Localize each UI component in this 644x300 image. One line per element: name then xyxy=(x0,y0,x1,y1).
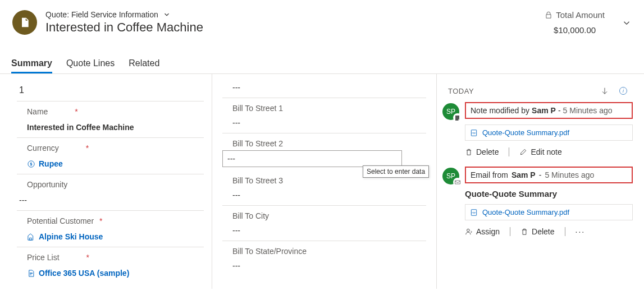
lock-icon xyxy=(545,11,552,19)
field-name[interactable]: Name* Interested in Coffee Machine xyxy=(17,101,204,138)
field-prev[interactable]: --- xyxy=(222,74,426,98)
field-value[interactable]: Alpine Ski House xyxy=(27,232,202,241)
email-subject: Quote-Quote Summary xyxy=(465,189,633,199)
attachment-link[interactable]: PDF Quote-Quote Summary.pdf xyxy=(465,124,633,141)
field-label: Name xyxy=(27,107,48,116)
pricelist-icon xyxy=(27,269,35,278)
field-label: Potential Customer xyxy=(27,216,94,225)
header-right: Total Amount $10,000.00 xyxy=(545,10,632,35)
svg-text:PDF: PDF xyxy=(472,132,476,134)
action-divider xyxy=(565,227,565,236)
chevron-down-icon[interactable] xyxy=(622,18,632,28)
field-value: --- xyxy=(19,196,202,205)
field-label: Bill To State/Province xyxy=(232,247,307,256)
tab-related[interactable]: Related xyxy=(129,55,159,73)
mail-badge-icon xyxy=(453,178,462,187)
field-potential-customer[interactable]: Potential Customer* Alpine Ski House xyxy=(17,211,204,247)
field-label: Bill To Street 1 xyxy=(232,104,283,113)
total-amount-block: Total Amount $10,000.00 xyxy=(545,10,605,35)
account-icon xyxy=(27,233,35,241)
assign-button[interactable]: Assign xyxy=(465,227,500,236)
delete-button[interactable]: Delete xyxy=(520,227,554,236)
field-value[interactable]: $ Rupee xyxy=(27,159,202,168)
currency-icon: $ xyxy=(27,160,35,168)
activity-body: Email from Sam P - 5 Minutes ago Quote-Q… xyxy=(465,167,633,236)
trash-icon xyxy=(465,148,473,156)
field-value: --- xyxy=(232,226,424,235)
head-user: Sam P xyxy=(532,106,556,115)
svg-text:PDF: PDF xyxy=(472,211,476,214)
edit-note-button[interactable]: Edit note xyxy=(519,147,561,156)
timeline-item-email: SP Email from Sam P - 5 Minutes ago Quot… xyxy=(442,164,633,244)
total-amount-value: $10,000.00 xyxy=(545,25,605,35)
field-label: Opportunity xyxy=(27,180,67,189)
timeline-section-label: TODAY xyxy=(448,87,474,95)
lookup-text: Rupee xyxy=(39,159,63,168)
field-label: Bill To Street 3 xyxy=(232,176,283,185)
chevron-down-icon xyxy=(163,11,171,19)
activity-body: Note modified by Sam P - 5 Minutes ago P… xyxy=(465,102,633,156)
field-value[interactable]: Office 365 USA (sample) xyxy=(27,269,202,278)
activity-headline: Email from Sam P - 5 Minutes ago xyxy=(465,167,633,183)
total-amount-label: Total Amount xyxy=(556,10,605,20)
arrow-down-icon[interactable] xyxy=(600,86,609,95)
delete-button[interactable]: Delete xyxy=(465,147,499,156)
content-area: 1 Name* Interested in Coffee Machine Cur… xyxy=(0,74,644,289)
assign-label: Assign xyxy=(476,227,500,236)
head-sep: - xyxy=(539,170,542,179)
avatar: SP xyxy=(442,168,459,184)
timeline-item-note: SP Note modified by Sam P - 5 Minutes ag… xyxy=(442,100,633,164)
field-price-list[interactable]: Price List* Office 365 USA (sample) xyxy=(17,247,204,283)
delete-label: Delete xyxy=(476,147,499,156)
form-selector[interactable]: Quote: Field Service Information xyxy=(45,10,545,19)
tab-quote-lines[interactable]: Quote Lines xyxy=(66,55,115,73)
input-value: --- xyxy=(227,154,235,163)
field-value: --- xyxy=(232,191,424,200)
page-title: Interested in Coffee Machine xyxy=(45,20,545,35)
head-sep: - xyxy=(558,106,561,115)
more-actions-button[interactable]: ··· xyxy=(576,227,586,236)
timeline-header-actions: i xyxy=(600,86,627,95)
head-user: Sam P xyxy=(511,170,536,179)
header-text-block: Quote: Field Service Information Interes… xyxy=(45,10,545,35)
required-marker: * xyxy=(99,216,102,225)
field-bill-street-1[interactable]: Bill To Street 1 --- xyxy=(222,98,426,133)
field-bill-state[interactable]: Bill To State/Province --- xyxy=(222,241,426,276)
field-currency[interactable]: Currency* $ Rupee xyxy=(17,138,204,174)
field-value: --- xyxy=(232,118,424,127)
field-bill-street-2[interactable]: Bill To Street 2 --- xyxy=(222,133,426,167)
lookup-text: Alpine Ski House xyxy=(39,232,103,241)
avatar: SP xyxy=(442,103,459,120)
info-icon[interactable]: i xyxy=(619,87,627,95)
person-icon xyxy=(465,228,473,236)
head-prefix: Note modified by xyxy=(471,106,529,115)
svg-point-6 xyxy=(467,229,470,232)
column-timeline: TODAY i SP Note modified by Sam P - 5 Mi… xyxy=(437,74,644,289)
tab-summary[interactable]: Summary xyxy=(11,55,52,73)
attachment-link[interactable]: PDF Quote-Quote Summary.pdf xyxy=(465,204,633,220)
timeline-header: TODAY i xyxy=(442,79,633,100)
svg-text:$: $ xyxy=(30,162,33,167)
lookup-text: Office 365 USA (sample) xyxy=(39,269,129,278)
quote-number: 1 xyxy=(17,79,204,101)
field-label: Bill To City xyxy=(232,211,269,220)
field-value: --- xyxy=(232,83,424,92)
head-ago: 5 Minutes ago xyxy=(545,170,594,179)
pdf-icon: PDF xyxy=(470,209,478,216)
field-opportunity[interactable]: Opportunity --- xyxy=(17,174,204,211)
record-header: Quote: Field Service Information Interes… xyxy=(0,0,644,35)
tab-bar: Summary Quote Lines Related xyxy=(0,55,644,74)
field-label: Price List xyxy=(27,253,60,262)
field-label: Currency xyxy=(27,144,59,153)
pencil-icon xyxy=(519,148,527,156)
field-value: Interested in Coffee Machine xyxy=(27,123,202,132)
field-bill-city[interactable]: Bill To City --- xyxy=(222,206,426,241)
activity-headline: Note modified by Sam P - 5 Minutes ago xyxy=(465,102,633,119)
required-marker: * xyxy=(75,107,77,116)
attachment-name: Quote-Quote Summary.pdf xyxy=(482,208,569,216)
activity-actions: Assign Delete ··· xyxy=(465,227,633,236)
edit-label: Edit note xyxy=(531,147,561,156)
activity-actions: Delete Edit note xyxy=(465,147,633,156)
note-badge-icon xyxy=(453,113,462,122)
bill-street-2-input[interactable]: --- xyxy=(222,150,402,167)
